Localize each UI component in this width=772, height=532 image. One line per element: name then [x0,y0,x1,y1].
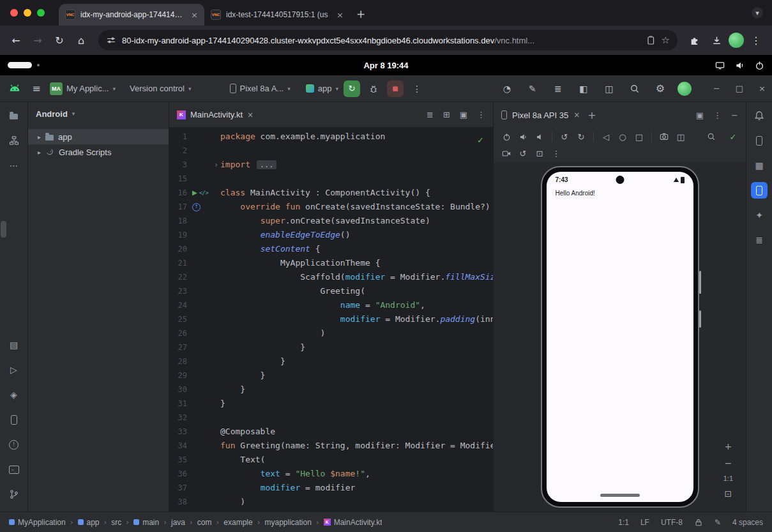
line-number[interactable]: 30 [169,383,187,397]
breadcrumb-item[interactable]: MyApplication [9,518,66,527]
profiler-icon[interactable]: ◔ [499,80,515,97]
power-button[interactable] [499,129,514,144]
project-view-selector[interactable]: Android ▾ [28,102,169,125]
studio-minimize-button[interactable]: − [713,84,720,93]
code-line[interactable]: 33@Composable [169,425,493,439]
line-number[interactable]: 15 [169,172,187,186]
run-tool-icon[interactable]: ▷ [6,361,22,378]
code-line[interactable]: 34fun Greeting(name: String, modifier: M… [169,439,493,453]
structure-list-icon[interactable]: ≣ [751,232,768,248]
breadcrumb-item[interactable]: main [133,518,159,527]
browser-tab-2[interactable]: VNC idx-test-1744140517915:1 (us × [204,4,350,26]
breadcrumb-item[interactable]: example [223,518,252,527]
code-line[interactable]: 15 [169,172,493,186]
android-overview-button[interactable]: □ [632,129,647,144]
project-tool-icon[interactable] [6,107,22,124]
expand-chevron-icon[interactable]: ▸ [38,149,41,156]
line-number[interactable]: 34 [169,439,187,453]
url-text[interactable]: 80-idx-my-android-app-1744140290428.clus… [122,36,640,45]
line-number[interactable]: 16 [169,186,187,200]
project-tree-item-app[interactable]: ▸ app [28,129,169,144]
breadcrumb-item[interactable]: com [197,518,212,527]
code-gutter-icon[interactable]: </> [199,186,209,200]
code-line[interactable]: 26 ) [169,326,493,340]
line-separator[interactable]: LF [640,518,649,527]
code-line[interactable]: 18 super.onCreate(savedInstanceState) [169,214,493,228]
line-number[interactable]: 2 [169,144,187,158]
inspections-status-icon[interactable]: ✓ [477,133,484,148]
code-line[interactable]: 25 modifier = Modifier.padding(innerPadd… [169,312,493,326]
running-devices-icon[interactable] [751,182,768,199]
user-avatar[interactable] [677,82,692,96]
code-line[interactable]: 3›import ... [169,158,493,172]
zoom-in-button[interactable]: + [724,441,732,452]
settings-icon[interactable]: ⚙ [652,80,669,97]
indent-config[interactable]: 4 spaces [732,518,763,527]
code-line[interactable]: 19 enableEdgeToEdge() [169,228,493,242]
zoom-level-label[interactable]: 1:1 [723,475,733,482]
highlight-level-icon[interactable]: ✎ [715,518,721,527]
plugins-icon[interactable]: ◫ [601,80,617,97]
fold-arrow-icon[interactable]: › [215,158,220,172]
code-line[interactable]: 2 [169,144,493,158]
breadcrumb-item[interactable]: myapplication [264,518,311,527]
line-number[interactable]: 23 [169,284,187,298]
version-control-selector[interactable]: Version control ▾ [130,84,192,93]
browser-tab-1[interactable]: VNC idx-my-android-app-1744140290428 × [59,4,204,26]
rotate-left-button[interactable]: ↺ [557,129,572,144]
code-line[interactable]: 37 modifier = modifier [169,481,493,495]
code-line[interactable]: 30 } [169,383,493,397]
line-number[interactable]: 17 [169,200,187,214]
line-number[interactable]: 37 [169,481,187,495]
code-line[interactable]: 16▶</>class MainActivity : ComponentActi… [169,186,493,200]
editor-tab-mainactivity[interactable]: K MainActivity.kt × [169,102,261,128]
line-number[interactable]: 35 [169,453,187,467]
line-number[interactable]: 20 [169,242,187,256]
line-number[interactable]: 24 [169,298,187,312]
version-control-icon[interactable] [6,486,22,503]
caret-position[interactable]: 1:1 [618,518,629,527]
code-line[interactable]: 17↑ override fun onCreate(savedInstanceS… [169,200,493,214]
forward-button[interactable]: → [28,31,47,50]
split-editor-icon[interactable]: ⊞ [443,110,450,119]
code-line[interactable]: 24 name = "Android", [169,298,493,312]
editor-more-icon[interactable]: ⋮ [477,110,485,119]
tool-window-handle[interactable] [1,221,6,238]
display-mode-button[interactable]: ⊡ [532,146,547,161]
zoom-out-button[interactable]: − [724,458,732,468]
breadcrumb-item[interactable]: app [78,518,100,527]
home-button[interactable]: ⌂ [72,31,91,50]
code-line[interactable]: 31} [169,397,493,411]
todo-icon[interactable]: ≣ [550,80,566,97]
code-line[interactable]: 27 } [169,340,493,354]
code-line[interactable]: 32 [169,411,493,425]
toolbar-more-button[interactable]: ⋮ [409,80,425,97]
zoom-mode-icon[interactable] [704,129,719,144]
screenshot-button[interactable] [656,129,672,144]
device-manager-icon[interactable] [6,411,22,428]
add-device-button[interactable]: + [587,109,596,121]
device-tab-pixel-8a[interactable]: Pixel 8a API 35 × [501,110,580,120]
compose-preview-icon[interactable]: ✎ [524,80,541,97]
panel-hide-icon[interactable]: − [731,110,738,120]
screen-record-button[interactable] [499,146,514,161]
editor-tab-close-icon[interactable]: × [247,110,254,119]
new-tab-button[interactable]: + [356,8,365,20]
run-button[interactable]: ↻ [344,80,360,97]
line-number[interactable]: 31 [169,397,187,411]
search-icon[interactable] [626,80,643,97]
breadcrumb-item[interactable]: src [111,518,121,527]
display-icon[interactable] [715,61,725,70]
profile-avatar[interactable] [729,33,744,48]
run-configuration-selector[interactable]: app ▾ [306,84,338,93]
browser-menu-button[interactable]: ⋮ [746,31,766,50]
rotate-right-button[interactable]: ↻ [573,129,589,144]
problems-icon[interactable]: ! [6,436,22,453]
line-number[interactable]: 3 [169,158,187,172]
more-tool-windows-icon[interactable]: ⋯ [6,157,22,174]
studio-maximize-button[interactable]: □ [736,84,743,93]
breadcrumb-item[interactable]: java [171,518,185,527]
code-line[interactable]: 35 Text( [169,453,493,467]
downloads-icon[interactable] [707,31,726,50]
code-editor[interactable]: 1package com.example.myapplication23›imp… [169,128,493,512]
